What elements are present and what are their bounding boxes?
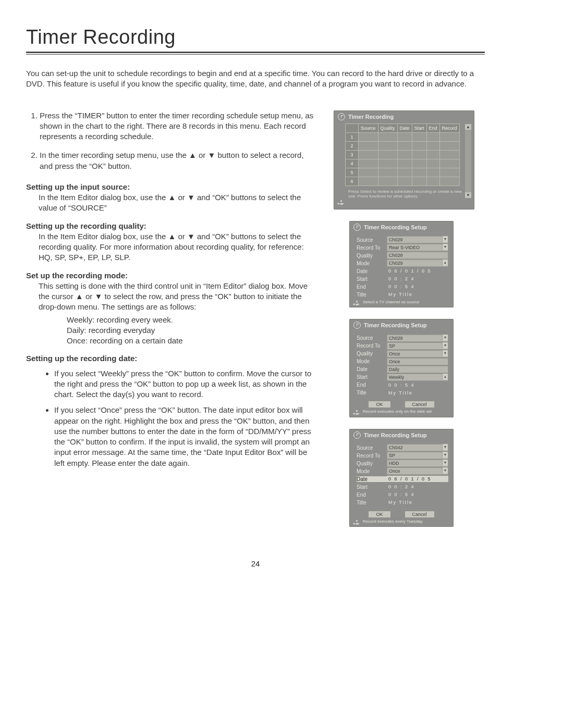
field-start[interactable]: 0 0 : 2 4: [387, 276, 448, 282]
panel4-title: Timer Recording Setup: [364, 432, 427, 438]
field-source[interactable]: Ch042: [387, 444, 448, 451]
label-start: Start: [357, 276, 387, 282]
panel1-hint: Press Select to review a scheduled recor…: [334, 188, 474, 199]
col-start: Start: [412, 124, 426, 132]
table-row[interactable]: 2: [346, 141, 460, 150]
schedule-table[interactable]: Source Quality Date Start End Record 1 2…: [345, 124, 460, 186]
panel-setup-mode: Timer Recording Setup SourceCh029 Record…: [349, 319, 454, 417]
label-quality: Quality: [357, 351, 387, 356]
field-record-to[interactable]: SP: [387, 342, 448, 350]
field-source[interactable]: Ch029: [387, 236, 448, 243]
dpad-icon: [352, 300, 361, 308]
label-end: End: [357, 492, 387, 498]
label-mode: Mode: [357, 359, 387, 364]
field-mode[interactable]: Ch029: [387, 260, 448, 267]
panel1-title: Timer Recording: [348, 114, 394, 120]
screenshots-column: Timer Recording Source Quality Date Star…: [334, 110, 485, 539]
mode-option-daily: Daily: recording everyday: [67, 325, 318, 336]
col-record: Record: [439, 124, 459, 132]
scrollbar[interactable]: ▲ ▼: [465, 124, 471, 198]
body-input-source: In the Item Editor dialog box, use the ▲…: [39, 192, 318, 214]
label-quality: Quality: [357, 253, 387, 258]
label-mode: Mode: [357, 261, 387, 266]
cancel-button[interactable]: Cancel: [405, 511, 435, 518]
label-end: End: [357, 284, 387, 290]
heading-input-source: Setting up the input source:: [26, 182, 318, 192]
instructions-column: Press the “TIMER” button to enter the ti…: [26, 110, 318, 539]
field-quality[interactable]: Once: [387, 350, 448, 357]
field-source[interactable]: Ch029: [387, 335, 448, 342]
label-title: Title: [357, 500, 387, 505]
field-date-highlighted[interactable]: 0 6 / 0 1 / 0 5: [387, 476, 448, 482]
ok-button[interactable]: OK: [368, 401, 390, 408]
field-quality[interactable]: HDD: [387, 460, 448, 467]
table-row[interactable]: 1: [346, 132, 460, 141]
field-mode-option[interactable]: Once: [387, 358, 448, 365]
field-mode-option[interactable]: Weekly: [387, 374, 448, 381]
scroll-down-icon[interactable]: ▼: [465, 192, 471, 198]
label-start: Start: [357, 374, 387, 380]
field-title[interactable]: My Title: [387, 499, 448, 505]
scroll-up-icon[interactable]: ▲: [465, 124, 471, 130]
field-start[interactable]: 0 0 : 2 4: [387, 484, 448, 490]
step-2: In the timer recording setup menu, use t…: [40, 150, 318, 171]
panel-setup-source: Timer Recording Setup SourceCh029 Record…: [349, 221, 454, 308]
label-record-to: Record To: [357, 453, 387, 459]
panel-setup-date: Timer Recording Setup SourceCh042 Record…: [349, 429, 454, 527]
cancel-button[interactable]: Cancel: [405, 401, 435, 408]
table-row[interactable]: 4: [346, 159, 460, 168]
field-end[interactable]: 0 0 : 5 4: [387, 382, 448, 388]
field-mode-option[interactable]: Daily: [387, 366, 448, 373]
mode-option-once: Once: recording on a certain date: [67, 336, 318, 346]
heading-recording-mode: Set up the recording mode:: [26, 270, 318, 281]
label-date: Date: [357, 366, 387, 372]
table-row[interactable]: 6: [346, 177, 460, 186]
label-start: Start: [357, 484, 387, 490]
page-number: 24: [26, 559, 485, 568]
panel4-foot: Record executes every Tuesday.: [363, 519, 423, 524]
col-source: Source: [359, 124, 378, 132]
panel-timer-recording-list: Timer Recording Source Quality Date Star…: [334, 110, 474, 209]
label-title: Title: [357, 390, 387, 396]
field-title[interactable]: My Title: [387, 291, 448, 298]
table-row[interactable]: 3: [346, 150, 460, 159]
mode-intro: This setting is done with the third cont…: [39, 281, 308, 312]
field-date[interactable]: 0 6 / 0 1 / 0 5: [387, 268, 448, 274]
table-row[interactable]: 5: [346, 168, 460, 177]
label-source: Source: [357, 445, 387, 451]
mode-option-weekly: Weekly: recording every week.: [67, 315, 318, 325]
col-quality: Quality: [378, 124, 397, 132]
field-mode[interactable]: Once: [387, 467, 448, 475]
body-recording-mode: This setting is done with the third cont…: [39, 281, 318, 347]
date-bullet-once: If you select “Once” press the “OK” butt…: [54, 405, 318, 468]
body-recording-quality: In the Item Editor dialog box, use the ▲…: [39, 231, 318, 263]
ok-button[interactable]: OK: [368, 511, 390, 518]
clock-icon: [353, 322, 361, 329]
col-end: End: [426, 124, 439, 132]
panel3-foot: Record executes only on the date set: [363, 409, 432, 414]
label-date: Date: [357, 476, 387, 482]
label-date: Date: [357, 268, 387, 274]
clock-icon: [338, 113, 345, 120]
date-bullet-weekly: If you select “Weekly” press the “OK” bu…: [54, 368, 318, 400]
label-record-to: Record To: [357, 343, 387, 349]
dpad-icon: [352, 409, 361, 417]
dpad-icon: [337, 199, 345, 207]
field-end[interactable]: 0 0 : 5 4: [387, 491, 448, 498]
panel2-foot: Select a TV channel as source: [363, 300, 419, 304]
field-end[interactable]: 0 0 : 5 4: [387, 283, 448, 290]
field-record-to[interactable]: SP: [387, 452, 448, 459]
field-title[interactable]: My Title: [387, 390, 448, 396]
label-quality: Quality: [357, 461, 387, 466]
label-source: Source: [357, 335, 387, 341]
intro-paragraph: You can set-up the unit to schedule reco…: [26, 68, 485, 90]
step-1: Press the “TIMER” button to enter the ti…: [40, 110, 318, 142]
clock-icon: [353, 431, 361, 439]
label-record-to: Record To: [357, 245, 387, 251]
label-end: End: [357, 382, 387, 388]
field-record-to[interactable]: Rear S-VIDEO: [387, 244, 448, 251]
title-rule: [26, 52, 485, 55]
field-quality[interactable]: Ch028: [387, 252, 448, 259]
col-date: Date: [397, 124, 412, 132]
page-title: Timer Recording: [26, 26, 485, 48]
